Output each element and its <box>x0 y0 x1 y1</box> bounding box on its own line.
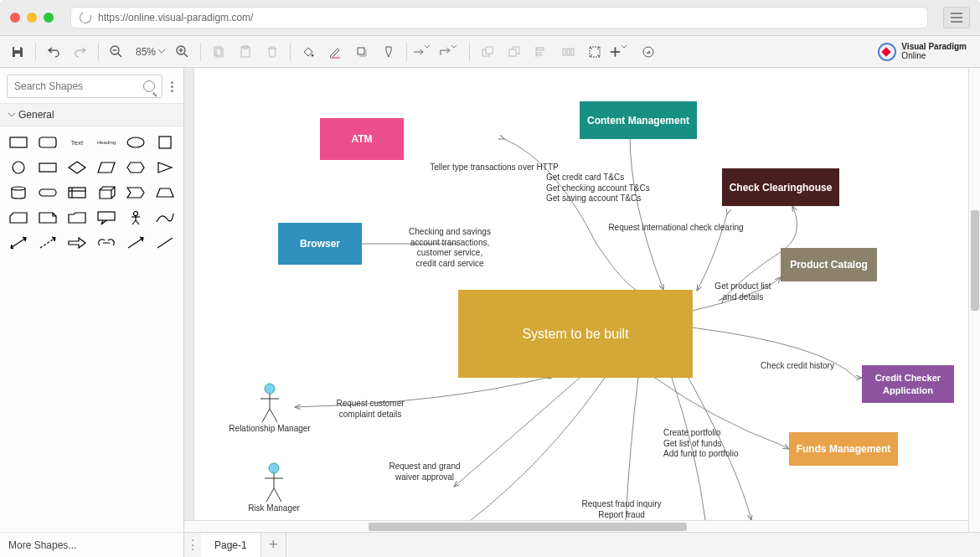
sidebar-menu-button[interactable] <box>168 78 177 95</box>
shape-note[interactable] <box>34 209 60 227</box>
explore-button[interactable] <box>636 40 661 64</box>
svg-point-37 <box>12 187 25 190</box>
shape-rounded-rect[interactable] <box>34 133 60 152</box>
shape-arrow-thick[interactable] <box>64 234 90 252</box>
svg-point-43 <box>134 212 138 216</box>
actor-risk-manager[interactable]: Risk Manager <box>236 462 312 513</box>
shape-hexagon[interactable] <box>123 158 149 177</box>
copy-button[interactable] <box>206 40 231 64</box>
shape-parallelogram[interactable] <box>93 158 119 177</box>
label-browser: Checking and savingsaccount transactions… <box>395 227 504 269</box>
node-check-clearinghouse[interactable]: Check Clearinghouse <box>722 168 839 206</box>
shape-cube[interactable] <box>93 183 119 202</box>
diagram-canvas[interactable]: ATM Content Management Browser Check Cle… <box>194 68 970 522</box>
svg-rect-34 <box>159 137 171 148</box>
zoom-in-button[interactable] <box>170 40 195 64</box>
actor-relationship-manager[interactable]: Relationship Manager <box>219 382 320 433</box>
shape-internal-storage[interactable] <box>64 183 90 202</box>
redo-button[interactable] <box>68 40 93 64</box>
node-system[interactable]: System to be built <box>458 290 693 378</box>
shape-folder[interactable] <box>64 209 90 227</box>
shape-line[interactable] <box>152 234 178 252</box>
svg-rect-0 <box>14 47 20 50</box>
save-button[interactable] <box>5 40 30 64</box>
fit-page-button[interactable] <box>582 40 607 64</box>
maximize-window-button[interactable] <box>44 13 54 23</box>
shape-rectangle[interactable] <box>5 133 31 152</box>
shape-triangle[interactable] <box>152 158 178 177</box>
url-text: https://online.visual-paradigm.com/ <box>98 12 253 23</box>
reload-icon[interactable] <box>78 10 93 25</box>
search-shapes-input[interactable] <box>7 75 162 98</box>
undo-button[interactable] <box>41 40 66 64</box>
fill-color-button[interactable] <box>296 40 321 64</box>
shape-process[interactable] <box>34 158 60 177</box>
delete-button[interactable] <box>260 40 285 64</box>
more-shapes-button[interactable]: More Shapes... <box>0 532 183 557</box>
shape-link[interactable] <box>93 234 119 252</box>
zoom-level-dropdown[interactable]: 85% <box>131 46 168 58</box>
shape-curve[interactable] <box>152 209 178 227</box>
zoom-out-button[interactable] <box>104 40 129 64</box>
canvas-viewport[interactable]: ATM Content Management Browser Check Cle… <box>184 68 980 532</box>
chevron-down-icon <box>8 111 15 118</box>
format-painter-button[interactable] <box>376 40 401 64</box>
to-front-button[interactable] <box>475 40 500 64</box>
address-bar[interactable]: https://online.visual-paradigm.com/ <box>70 7 928 28</box>
label-credit: Check credit history <box>747 361 848 372</box>
shape-actor[interactable] <box>123 209 149 227</box>
shape-line-arrow[interactable] <box>123 234 149 252</box>
shape-diamond[interactable] <box>64 158 90 177</box>
tab-page-1[interactable]: Page-1 <box>201 533 261 557</box>
node-browser[interactable]: Browser <box>278 223 362 265</box>
svg-rect-22 <box>537 48 544 50</box>
label-catalog: Get product listand details <box>701 281 785 302</box>
svg-line-60 <box>266 488 274 502</box>
svg-rect-42 <box>98 212 115 220</box>
waypoint-style-button[interactable] <box>439 40 464 64</box>
tabs-grip[interactable]: ⋮ <box>184 533 201 557</box>
node-credit-checker[interactable]: Credit CheckerApplication <box>862 365 954 403</box>
paste-button[interactable] <box>233 40 258 64</box>
shape-square[interactable] <box>152 133 178 152</box>
shape-terminator[interactable] <box>34 183 60 202</box>
window-controls <box>10 13 54 23</box>
brand-logo[interactable]: Visual ParadigmOnline <box>878 43 975 61</box>
close-window-button[interactable] <box>10 13 20 23</box>
add-page-button[interactable]: + <box>261 533 286 557</box>
vertical-scrollbar[interactable] <box>968 68 980 532</box>
shape-text[interactable]: Text <box>64 133 90 152</box>
svg-rect-31 <box>10 137 27 147</box>
shape-arrow-both[interactable] <box>5 234 31 252</box>
label-rel-mgr: Request customercomplaint details <box>324 399 416 420</box>
shape-ellipse[interactable] <box>123 133 149 152</box>
align-button[interactable] <box>529 40 554 64</box>
svg-point-33 <box>127 137 144 147</box>
shape-callout[interactable] <box>93 209 119 227</box>
node-content-management[interactable]: Content Management <box>580 101 697 139</box>
svg-line-49 <box>40 238 55 248</box>
section-general[interactable]: General <box>0 103 183 126</box>
svg-line-55 <box>262 409 270 422</box>
node-product-catalog[interactable]: Product Catalog <box>781 248 877 281</box>
distribute-button[interactable] <box>555 40 580 64</box>
shape-arrow-dashed[interactable] <box>34 234 60 252</box>
shadow-button[interactable] <box>349 40 374 64</box>
shape-circle[interactable] <box>5 158 31 177</box>
line-color-button[interactable] <box>322 40 348 64</box>
browser-menu-button[interactable] <box>943 7 970 28</box>
label-funds: Create portfolioGet list of fundsAdd fun… <box>663 428 772 460</box>
shape-card[interactable] <box>5 209 31 227</box>
shape-trapezoid[interactable] <box>152 183 178 202</box>
node-funds-management[interactable]: Funds Management <box>789 432 898 466</box>
svg-rect-18 <box>486 47 493 54</box>
to-back-button[interactable] <box>502 40 527 64</box>
shape-step[interactable] <box>123 183 149 202</box>
node-atm[interactable]: ATM <box>320 118 404 160</box>
connector-style-button[interactable] <box>412 40 437 64</box>
insert-button[interactable] <box>609 40 634 64</box>
shape-heading[interactable]: Heading <box>93 133 119 152</box>
minimize-window-button[interactable] <box>27 13 37 23</box>
shape-cylinder[interactable] <box>5 183 31 202</box>
horizontal-scrollbar[interactable] <box>184 520 968 532</box>
